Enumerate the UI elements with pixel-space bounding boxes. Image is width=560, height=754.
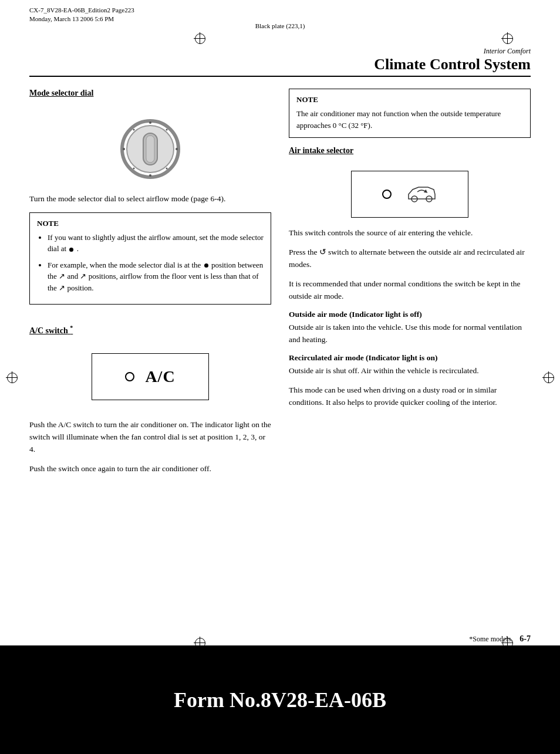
air-intake-heading: Air intake selector <box>289 146 353 155</box>
ac-switch-section: A/C switch * A/C Push the A/C switch to … <box>29 315 271 475</box>
extra-text: This mode can be used when driving on a … <box>289 384 531 409</box>
svg-point-4 <box>149 121 151 124</box>
recirc-text: Outside air is shut off. Air within the … <box>289 365 531 377</box>
footnote-text: *Some models. <box>469 635 512 643</box>
svg-point-6 <box>123 148 125 150</box>
ac-switch-star: * <box>70 324 73 331</box>
top-note-text: The air conditioner may not function whe… <box>296 108 523 131</box>
ac-circle <box>125 372 134 381</box>
doc-header: CX-7_8V28-EA-06B_Edition2 Page223 Monday… <box>29 6 134 24</box>
bullet-dot-2 <box>204 263 208 268</box>
dial-illustration <box>29 117 271 181</box>
main-content: Interior Comfort Climate Control System … <box>29 47 531 637</box>
col-right: NOTE The air conditioner may not functio… <box>289 89 531 482</box>
air-intake-section: Air intake selector <box>289 146 531 408</box>
air-intake-body1: This switch controls the source of air e… <box>289 227 531 239</box>
section-subtitle: Interior Comfort <box>29 47 531 56</box>
ac-switch-heading: A/C switch * <box>29 324 73 336</box>
mode-selector-heading: Mode selector dial <box>29 89 93 98</box>
page-footer: Form No.8V28-EA-06B <box>0 645 560 754</box>
page-number: 6-7 <box>519 634 531 643</box>
bullet-dot-1 <box>69 248 73 252</box>
mode-note-item-1: If you want to slightly adjust the airfl… <box>48 232 264 255</box>
mode-note-title: NOTE <box>37 219 264 228</box>
air-intake-illustration-container <box>289 163 531 227</box>
svg-point-7 <box>176 148 178 150</box>
ac-button-container: A/C <box>29 353 271 410</box>
recirc-heading: Recirculated air mode (Indicator light i… <box>289 353 531 363</box>
svg-point-9 <box>166 129 168 131</box>
footer-note: *Some models. 6-7 <box>469 634 531 644</box>
recirculate-icon <box>406 182 438 206</box>
plate-info: Black plate (223,1) <box>0 22 560 29</box>
svg-point-11 <box>166 168 168 170</box>
dial-svg <box>118 117 183 181</box>
top-note-title: NOTE <box>296 95 523 104</box>
ac-body1: Push the A/C switch to turn the air cond… <box>29 419 271 456</box>
col-left: Mode selector dial <box>29 89 271 482</box>
mode-selector-body: Turn the mode selector dial to select ai… <box>29 193 271 205</box>
two-col-layout: Mode selector dial <box>29 89 531 482</box>
mode-note-list: If you want to slightly adjust the airfl… <box>37 232 264 294</box>
mode-note-box: NOTE If you want to slightly adjust the … <box>29 212 271 305</box>
svg-rect-3 <box>146 136 154 163</box>
outside-air-text: Outside air is taken into the vehicle. U… <box>289 322 531 346</box>
ac-switch-label: A/C switch <box>29 326 68 335</box>
svg-point-5 <box>149 174 151 177</box>
ac-body2: Push the switch once again to turn the a… <box>29 463 271 475</box>
svg-point-10 <box>133 168 135 170</box>
top-note-box: NOTE The air conditioner may not functio… <box>289 89 531 138</box>
form-number: Form No.8V28-EA-06B <box>174 688 386 712</box>
air-intake-body3: It is recommended that under normal cond… <box>289 278 531 303</box>
section-title: Climate Control System <box>29 56 531 73</box>
doc-ref: CX-7_8V28-EA-06B_Edition2 Page223 <box>29 6 134 15</box>
air-circle <box>382 190 392 199</box>
air-intake-body2: Press the ↺ switch to alternate between … <box>289 246 531 271</box>
mode-selector-section: Mode selector dial <box>29 89 271 305</box>
ac-button-box: A/C <box>92 353 209 400</box>
mode-note-item-2: For example, when the mode selector dial… <box>48 259 264 294</box>
air-intake-box <box>351 171 468 218</box>
svg-point-8 <box>133 129 135 131</box>
ac-text-label: A/C <box>145 367 175 386</box>
section-header: Interior Comfort Climate Control System <box>29 47 531 77</box>
outside-air-heading: Outside air mode (Indicator light is off… <box>289 310 531 319</box>
